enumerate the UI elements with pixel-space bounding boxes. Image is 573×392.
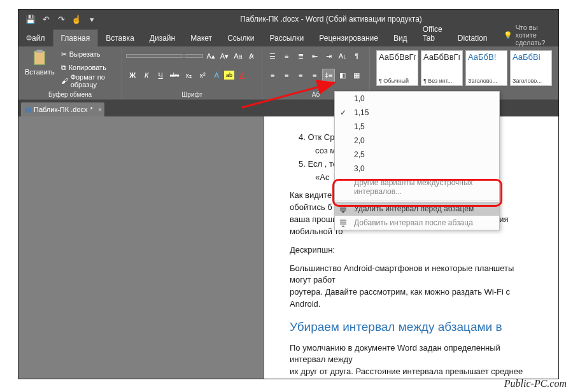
add-space-after[interactable]: Добавить интервал после абзаца [335, 216, 499, 230]
line-spacing-value[interactable]: 2,0 [335, 134, 499, 148]
line-spacing-value[interactable]: 1,15 [335, 106, 499, 120]
watermark: Public-PC.com [504, 378, 567, 389]
line-spacing-value[interactable]: 2,5 [335, 148, 499, 162]
doctab-name: Паблик-ПК .docx [34, 106, 88, 113]
line-spacing-value[interactable]: 3,0 [335, 162, 499, 176]
word-doc-icon: ▤ [25, 106, 31, 114]
document-tab[interactable]: ▤ Паблик-ПК .docx * × [21, 102, 104, 116]
line-spacing-more[interactable]: Другие варианты междустрочных интервалов… [335, 176, 499, 199]
line-spacing-menu: 1,01,151,52,02,53,0 Другие варианты межд… [334, 91, 500, 230]
modified-star: * [90, 106, 93, 113]
page-gutter [18, 116, 264, 379]
line-spacing-value[interactable]: 1,0 [335, 92, 499, 106]
line-spacing-remove-icon [339, 204, 349, 214]
line-spacing-add-icon [339, 218, 349, 228]
close-tab-icon[interactable]: × [98, 106, 102, 113]
line-spacing-value[interactable]: 1,5 [335, 120, 499, 134]
remove-space-before[interactable]: Удалить интервал перед абзацем [335, 202, 499, 216]
